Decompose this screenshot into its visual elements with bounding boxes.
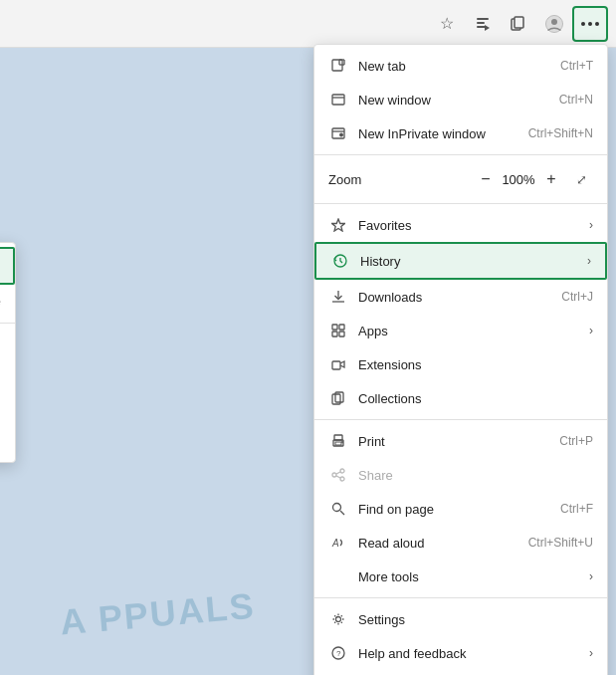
zoom-row: Zoom − 100% + ⤢ [314,159,607,199]
history-submenu: Manage history Ctrl+H Clear browsing dat… [0,242,16,463]
svg-point-45 [336,617,341,622]
svg-text:A: A [331,538,339,549]
menu-shortcut-new-tab: Ctrl+T [560,59,593,73]
menu-label-new-inprivate: New InPrivate window [358,126,520,141]
menu-item-print[interactable]: Print Ctrl+P [314,424,607,458]
divider-4 [314,597,607,598]
menu-item-collections[interactable]: Collections [314,381,607,415]
menu-label-help: Help and feedback [358,646,585,661]
more-tools-arrow-icon: › [589,569,593,583]
recently-closed-item-2[interactable]: b [0,380,15,406]
main-menu: New tab Ctrl+T New window Ctrl+N New InP… [313,44,608,675]
svg-rect-0 [477,18,489,20]
browser-toolbar: ☆ [0,0,616,48]
svg-point-42 [333,504,341,512]
menu-item-share: Share [314,458,607,492]
menu-item-help[interactable]: ? Help and feedback › [314,636,607,670]
svg-line-43 [340,511,344,515]
menu-label-find: Find on page [358,502,552,517]
menu-shortcut-find: Ctrl+F [560,502,593,516]
svg-rect-5 [514,17,523,28]
svg-rect-1 [477,22,485,24]
svg-point-36 [341,441,343,443]
menu-item-new-inprivate[interactable]: New InPrivate window Ctrl+Shift+N [314,116,607,150]
divider-2 [314,203,607,204]
menu-item-more-tools[interactable]: More tools › [314,560,607,593]
svg-rect-30 [332,361,340,369]
menu-item-find[interactable]: Find on page Ctrl+F [314,492,607,526]
menu-label-new-tab: New tab [358,59,552,74]
reading-list-icon[interactable] [465,6,501,42]
svg-rect-35 [335,442,341,445]
menu-label-share: Share [358,468,593,483]
menu-item-extensions[interactable]: Extensions [314,347,607,381]
collections-icon [328,388,348,408]
menu-item-settings[interactable]: Settings [314,602,607,636]
svg-point-37 [340,469,344,473]
menu-item-new-window[interactable]: New window Ctrl+N [314,83,607,116]
svg-rect-16 [332,95,344,105]
submenu-shortcut-clear-browsing: Ctrl+Shift+Delete [0,295,1,309]
svg-text:?: ? [336,649,341,658]
recently-closed-header: Recently closed [0,328,15,354]
menu-label-apps: Apps [358,324,585,338]
favorites-icon [328,215,348,235]
new-window-icon [328,90,348,110]
menu-label-more-tools: More tools [358,569,585,584]
menu-item-new-tab[interactable]: New tab Ctrl+T [314,49,607,83]
svg-rect-28 [332,332,337,337]
menu-shortcut-downloads: Ctrl+J [561,290,593,304]
svg-marker-21 [332,219,345,231]
help-arrow-icon: › [589,646,593,660]
menu-label-read-aloud: Read aloud [358,536,520,551]
svg-line-41 [336,476,340,478]
svg-rect-27 [339,325,344,330]
svg-point-9 [588,22,592,26]
zoom-label: Zoom [328,172,472,187]
favorites-icon[interactable]: ☆ [429,6,465,42]
submenu-divider [0,323,15,324]
menu-label-settings: Settings [358,612,593,627]
menu-label-downloads: Downloads [358,290,553,305]
svg-marker-3 [485,25,490,31]
recently-closed-item-3[interactable]: b [0,406,15,432]
svg-point-38 [332,473,336,477]
history-icon [330,251,350,271]
submenu-item-manage-history[interactable]: Manage history Ctrl+H [0,247,15,285]
recently-closed-item-4[interactable]: b [0,432,15,458]
menu-shortcut-new-window: Ctrl+N [559,93,593,107]
menu-item-close-edge[interactable]: Close Microsoft Edge [314,670,607,675]
svg-point-8 [581,22,585,26]
collections-icon[interactable] [501,6,536,42]
apps-arrow-icon: › [589,324,593,338]
svg-rect-29 [339,332,344,337]
help-icon: ? [328,643,348,663]
history-arrow-icon: › [587,254,591,268]
menu-label-collections: Collections [358,391,593,406]
submenu-item-clear-browsing[interactable]: Clear browsing data Ctrl+Shift+Delete [0,285,15,319]
zoom-minus-button[interactable]: − [472,165,500,193]
zoom-plus-button[interactable]: + [537,165,565,193]
menu-item-favorites[interactable]: Favorites › [314,208,607,242]
menu-shortcut-print: Ctrl+P [559,434,593,448]
menu-shortcut-new-inprivate: Ctrl+Shift+N [528,126,593,140]
menu-item-apps[interactable]: Apps › [314,314,607,347]
recently-closed-item-1[interactable]: b [0,354,15,380]
profile-icon[interactable] [536,6,572,42]
zoom-expand-button[interactable]: ⤢ [569,167,593,191]
menu-item-history[interactable]: History › Manage history Ctrl+H [314,242,607,280]
menu-item-downloads[interactable]: Downloads Ctrl+J [314,280,607,314]
appuals-watermark: A PPUALS [59,585,258,644]
extensions-icon [328,354,348,374]
menu-item-read-aloud[interactable]: A Read aloud Ctrl+Shift+U [314,526,607,560]
new-inprivate-icon [328,123,348,143]
svg-point-20 [339,133,343,137]
svg-point-10 [595,22,599,26]
divider-1 [314,154,607,155]
zoom-value: 100% [500,172,537,187]
downloads-icon [328,287,348,307]
new-tab-icon [328,56,348,76]
menu-label-favorites: Favorites [358,218,585,233]
favorites-arrow-icon: › [589,218,593,232]
more-icon[interactable] [572,6,608,42]
